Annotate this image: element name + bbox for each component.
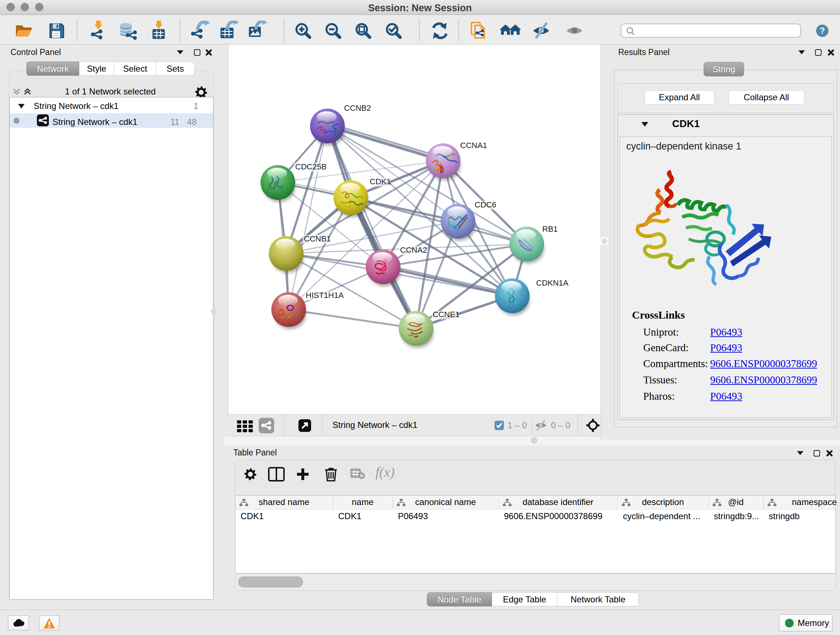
svg-text:CDC6: CDC6 bbox=[475, 200, 496, 209]
svg-text:CCNE1: CCNE1 bbox=[433, 310, 460, 319]
svg-text:CCNA2: CCNA2 bbox=[400, 245, 427, 255]
svg-text:CDC25B: CDC25B bbox=[295, 162, 327, 171]
svg-text:CCNB2: CCNB2 bbox=[344, 103, 371, 112]
svg-text:?: ? bbox=[820, 26, 825, 35]
svg-text:CCNB1: CCNB1 bbox=[304, 234, 331, 243]
svg-text:CDK1: CDK1 bbox=[370, 177, 391, 186]
svg-text:CDKN1A: CDKN1A bbox=[536, 279, 569, 287]
svg-text:RB1: RB1 bbox=[542, 225, 558, 233]
svg-text:CCNA1: CCNA1 bbox=[460, 141, 487, 150]
svg-text:HIST1H1A: HIST1H1A bbox=[306, 291, 344, 300]
